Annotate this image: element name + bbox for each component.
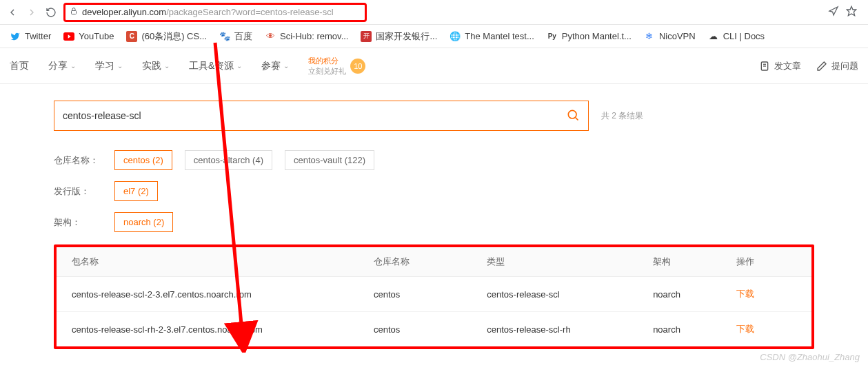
nav-tools[interactable]: 工具&资源⌄ xyxy=(189,60,242,72)
cell-repo: centos xyxy=(359,277,472,312)
nav-learn[interactable]: 学习⌄ xyxy=(95,60,123,72)
star-icon[interactable] xyxy=(846,6,857,19)
reload-button[interactable] xyxy=(44,6,58,19)
bookmark-mantel[interactable]: 🌐 The Mantel test... xyxy=(450,31,534,42)
nav-practice[interactable]: 实践⌄ xyxy=(142,60,170,72)
search-button[interactable] xyxy=(566,108,580,124)
svg-line-10 xyxy=(576,117,578,120)
chip-noarch[interactable]: noarch (2) xyxy=(114,212,173,232)
chevron-down-icon: ⌄ xyxy=(117,62,123,70)
svg-point-9 xyxy=(568,110,576,118)
site-nav: 首页 分享⌄ 学习⌄ 实践⌄ 工具&资源⌄ 参赛⌄ 我的积分 立刻兑好礼 10 … xyxy=(0,48,868,84)
cell-repo: centos xyxy=(359,312,472,347)
download-link[interactable]: 下载 xyxy=(736,324,754,334)
ask-label: 提问题 xyxy=(831,60,858,72)
table-row: centos-release-scl-2-3.el7.centos.noarch… xyxy=(57,277,811,312)
cell-arch: noarch xyxy=(638,312,720,347)
download-link[interactable]: 下载 xyxy=(736,289,754,299)
bookmark-label: Twitter xyxy=(25,31,51,41)
watermark: CSDN @Zhaohui_Zhang xyxy=(760,352,860,362)
bookmark-nicovpn[interactable]: ❄ NicoVPN xyxy=(644,31,696,42)
bookmark-label: CLI | Docs xyxy=(723,31,765,41)
bookmark-label: Sci-Hub: remov... xyxy=(280,31,348,41)
bookmark-label: NicoVPN xyxy=(659,31,696,41)
filter-arch: 架构： noarch (2) xyxy=(54,212,814,232)
bookmark-scihub[interactable]: 👁 Sci-Hub: remov... xyxy=(265,31,348,42)
nav-back-button[interactable] xyxy=(6,6,19,19)
chip-centos-vault[interactable]: centos-vault (122) xyxy=(285,150,374,170)
bookmark-python-mantel[interactable]: Py Python Mantel.t... xyxy=(547,31,632,42)
address-bar-wrap: developer.aliyun.com/packageSearch?word=… xyxy=(63,3,822,22)
svg-rect-0 xyxy=(72,11,77,14)
th-op: 操作 xyxy=(721,247,811,277)
points-num: 10 xyxy=(354,62,362,70)
cell-arch: noarch xyxy=(638,277,720,312)
chevron-down-icon: ⌄ xyxy=(164,62,170,70)
bookmark-youtube[interactable]: YouTube xyxy=(63,31,114,42)
filter-label: 发行版： xyxy=(54,185,102,198)
scihub-icon: 👁 xyxy=(265,31,276,42)
bookmark-twitter[interactable]: Twitter xyxy=(10,31,51,42)
baidu-icon: 🐾 xyxy=(219,31,230,42)
bookmark-label: YouTube xyxy=(79,31,114,41)
cdb-icon: 开 xyxy=(361,31,372,42)
bookmark-baidu[interactable]: 🐾 百度 xyxy=(219,30,252,43)
results-table-wrap: 包名称 仓库名称 类型 架构 操作 centos-release-scl-2-3… xyxy=(54,244,814,349)
points-title: 我的积分 xyxy=(308,56,346,66)
bookmarks-bar: Twitter YouTube C (60条消息) CS... 🐾 百度 👁 S… xyxy=(0,25,868,48)
youtube-icon xyxy=(63,31,74,42)
filter-repo: 仓库名称： centos (2) centos-altarch (4) cent… xyxy=(54,150,814,170)
nav-label: 分享 xyxy=(48,60,68,72)
search-icon xyxy=(566,108,580,122)
publish-label: 发文章 xyxy=(774,60,801,72)
chrome-right xyxy=(828,6,862,19)
bookmark-csdn[interactable]: C (60条消息) CS... xyxy=(126,30,207,43)
address-bar[interactable]: developer.aliyun.com/packageSearch?word=… xyxy=(63,3,367,22)
nav-home[interactable]: 首页 xyxy=(10,60,29,72)
lock-icon xyxy=(70,7,78,17)
filter-label: 架构： xyxy=(54,216,102,229)
content: 共 2 条结果 仓库名称： centos (2) centos-altarch … xyxy=(0,84,868,363)
cell-type: centos-release-scl xyxy=(472,277,638,312)
nav-label: 实践 xyxy=(142,60,161,72)
nav-right: 发文章 提问题 xyxy=(759,60,858,72)
publish-button[interactable]: 发文章 xyxy=(759,60,801,72)
browser-toolbar: developer.aliyun.com/packageSearch?word=… xyxy=(0,0,868,25)
table-header-row: 包名称 仓库名称 类型 架构 操作 xyxy=(57,247,811,277)
points-badge: 10 xyxy=(350,59,365,74)
twitter-icon xyxy=(10,31,21,42)
send-icon[interactable] xyxy=(828,6,839,19)
nav-compete[interactable]: 参赛⌄ xyxy=(261,60,289,72)
search-box xyxy=(54,101,589,131)
url-host: developer.aliyun.com xyxy=(82,7,166,17)
filter-release: 发行版： el7 (2) xyxy=(54,181,814,201)
bookmark-cli[interactable]: ☁ CLI | Docs xyxy=(708,31,765,42)
filter-label: 仓库名称： xyxy=(54,154,102,167)
th-repo: 仓库名称 xyxy=(359,247,472,277)
cell-name: centos-release-scl-2-3.el7.centos.noarch… xyxy=(57,277,359,312)
bookmark-label: Python Mantel.t... xyxy=(562,31,632,41)
th-arch: 架构 xyxy=(638,247,720,277)
search-row: 共 2 条结果 xyxy=(54,101,814,131)
chip-el7[interactable]: el7 (2) xyxy=(114,181,158,201)
nav-forward-button[interactable] xyxy=(25,6,39,19)
url-path: /packageSearch?word=centos-release-scl xyxy=(166,7,333,17)
cell-name: centos-release-scl-rh-2-3.el7.centos.noa… xyxy=(57,312,359,347)
bookmark-cdb[interactable]: 开 国家开发银行... xyxy=(361,30,437,43)
pypi-icon: Py xyxy=(547,31,558,42)
points-widget[interactable]: 我的积分 立刻兑好礼 10 xyxy=(308,56,365,76)
chevron-down-icon: ⌄ xyxy=(70,62,76,70)
bookmark-label: 百度 xyxy=(234,30,252,43)
nav-label: 首页 xyxy=(10,60,29,72)
bookmark-label: 国家开发银行... xyxy=(376,30,437,43)
search-input[interactable] xyxy=(63,110,566,121)
chevron-down-icon: ⌄ xyxy=(283,62,289,70)
result-count: 共 2 条结果 xyxy=(601,110,643,122)
th-type: 类型 xyxy=(472,247,638,277)
ask-button[interactable]: 提问题 xyxy=(816,60,858,72)
chip-centos[interactable]: centos (2) xyxy=(114,150,172,170)
nav-label: 工具&资源 xyxy=(189,60,234,72)
chip-centos-altarch[interactable]: centos-altarch (4) xyxy=(185,150,272,170)
chevron-down-icon: ⌄ xyxy=(236,62,242,70)
nav-share[interactable]: 分享⌄ xyxy=(48,60,76,72)
